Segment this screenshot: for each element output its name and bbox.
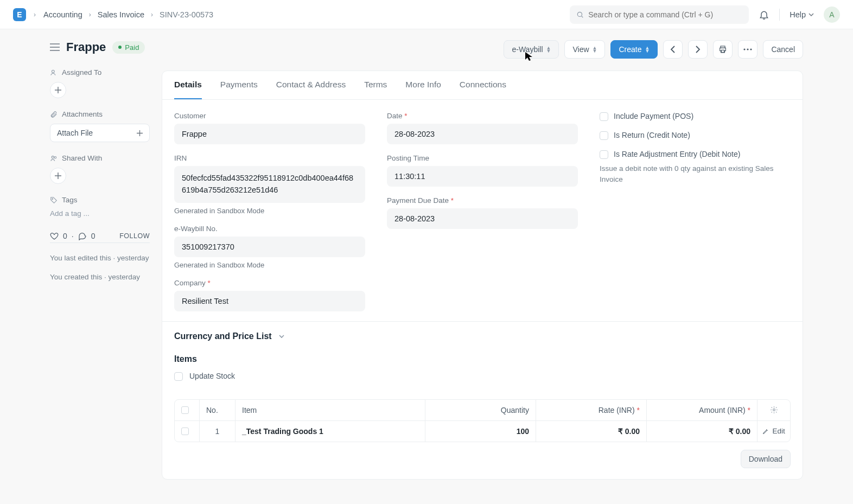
row-amount[interactable]: ₹ 0.00 <box>647 421 757 442</box>
svg-point-10 <box>750 48 752 50</box>
chevron-right-icon: › <box>89 11 91 18</box>
items-table: No. Item Quantity Rate (INR) * Amount (I… <box>174 399 791 442</box>
breadcrumb: Accounting › Sales Invoice › SINV-23-005… <box>43 10 213 19</box>
rate-adjustment-checkbox[interactable] <box>600 150 608 159</box>
include-payment-checkbox[interactable] <box>600 112 608 121</box>
create-label: Create <box>619 45 641 54</box>
created-text: You created this · yesterday <box>50 272 150 283</box>
print-button[interactable] <box>713 40 733 59</box>
tab-contact-address[interactable]: Contact & Address <box>276 71 346 99</box>
download-button[interactable]: Download <box>741 450 791 468</box>
is-return-checkbox[interactable] <box>600 131 608 140</box>
more-menu-button[interactable] <box>738 40 757 59</box>
ewaybill-no-help: Generated in Sandbox Mode <box>174 261 365 269</box>
irn-help: Generated in Sandbox Mode <box>174 207 365 215</box>
breadcrumb-accounting[interactable]: Accounting <box>43 10 82 19</box>
status-badge: Paid <box>112 41 145 54</box>
shared-with-label: Shared With <box>50 154 150 162</box>
table-row[interactable]: 1 _Test Trading Goods 1 100 ₹ 0.00 ₹ 0.0… <box>175 421 790 442</box>
svg-line-1 <box>582 16 583 17</box>
follow-button[interactable]: FOLLOW <box>119 232 150 240</box>
prev-doc-button[interactable] <box>663 40 683 59</box>
select-all-checkbox[interactable] <box>181 406 189 414</box>
sort-icon: ▲▼ <box>546 46 551 53</box>
form-card: Details Payments Contact & Address Terms… <box>162 71 803 480</box>
help-menu[interactable]: Help <box>790 10 814 19</box>
comment-icon[interactable] <box>78 232 87 240</box>
posting-time-field[interactable] <box>387 166 578 187</box>
tab-more-info[interactable]: More Info <box>405 71 441 99</box>
irn-label: IRN <box>174 154 365 162</box>
chevron-down-icon <box>278 333 285 340</box>
attach-file-button[interactable]: Attach File <box>50 124 150 142</box>
tab-terms[interactable]: Terms <box>364 71 387 99</box>
customer-field[interactable] <box>174 124 365 144</box>
add-assignee-button[interactable] <box>50 82 66 98</box>
help-label: Help <box>790 10 806 19</box>
ewaybill-no-label: e-Waybill No. <box>174 225 365 233</box>
table-header-settings <box>757 400 790 421</box>
tab-details[interactable]: Details <box>174 71 202 99</box>
cancel-button[interactable]: Cancel <box>763 40 803 59</box>
tab-payments[interactable]: Payments <box>220 71 258 99</box>
chevron-right-icon: › <box>34 11 36 18</box>
bell-icon <box>759 9 769 20</box>
search-icon <box>576 11 584 18</box>
include-payment-label: Include Payment (POS) <box>614 112 693 120</box>
tag-input[interactable]: Add a tag ... <box>50 209 150 218</box>
row-select-checkbox[interactable] <box>181 428 189 435</box>
ewaybill-label: e-Waybill <box>512 45 543 54</box>
ellipsis-icon <box>743 48 752 50</box>
view-label: View <box>572 45 589 54</box>
tag-icon <box>50 196 58 204</box>
currency-section-toggle[interactable]: Currency and Price List <box>162 321 803 349</box>
row-item[interactable]: _Test Trading Goods 1 <box>235 421 425 442</box>
sidebar: Frappe Paid Assigned To Attachments Atta… <box>0 40 162 504</box>
notifications-button[interactable] <box>759 9 769 20</box>
download-label: Download <box>749 455 782 463</box>
main-content: e-Waybill ▲▼ View ▲▼ Create ▲▼ <box>162 40 853 504</box>
dot-separator: · <box>72 232 74 240</box>
irn-field[interactable]: 50fecfcd55fad435322f95118912c0db400ea44f… <box>174 166 365 203</box>
tab-connections[interactable]: Connections <box>460 71 506 99</box>
breadcrumb-sales-invoice[interactable]: Sales Invoice <box>98 10 144 19</box>
currency-section-label: Currency and Price List <box>174 331 272 341</box>
date-field[interactable] <box>387 124 578 144</box>
update-stock-checkbox[interactable] <box>174 372 183 381</box>
ewaybill-menu-button[interactable]: e-Waybill ▲▼ <box>504 40 559 59</box>
ewaybill-no-field[interactable] <box>174 237 365 257</box>
rate-adjustment-help: Issue a debit note with 0 qty against an… <box>600 163 791 186</box>
user-avatar[interactable]: A <box>824 7 840 23</box>
date-label: Date * <box>387 112 578 120</box>
global-search[interactable] <box>570 5 749 24</box>
table-header-amount: Amount (INR) * <box>647 400 757 421</box>
company-field[interactable] <box>174 291 365 311</box>
app-logo[interactable]: E <box>13 8 26 21</box>
sidebar-toggle-icon[interactable] <box>50 43 60 51</box>
plus-icon <box>137 130 143 136</box>
tab-bar: Details Payments Contact & Address Terms… <box>162 71 803 100</box>
plus-icon <box>55 173 61 179</box>
company-label: Company * <box>174 279 365 287</box>
payment-due-field[interactable] <box>387 208 578 229</box>
sort-icon: ▲▼ <box>593 46 597 53</box>
next-doc-button[interactable] <box>688 40 708 59</box>
plus-icon <box>55 87 61 93</box>
row-rate[interactable]: ₹ 0.00 <box>536 421 647 442</box>
add-share-button[interactable] <box>50 168 66 184</box>
view-menu-button[interactable]: View ▲▼ <box>564 40 605 59</box>
page-title: Frappe <box>66 40 106 54</box>
chevron-left-icon <box>670 46 676 53</box>
chevron-down-icon <box>809 12 814 17</box>
gear-icon[interactable] <box>770 406 778 414</box>
svg-point-8 <box>744 48 746 50</box>
heart-icon[interactable] <box>50 232 59 240</box>
table-header-select <box>175 400 200 421</box>
svg-point-5 <box>52 198 53 199</box>
search-input[interactable] <box>588 10 742 19</box>
create-button[interactable]: Create ▲▼ <box>610 40 658 59</box>
row-no: 1 <box>200 421 235 442</box>
row-edit-button[interactable]: Edit <box>762 427 785 435</box>
table-header-qty: Quantity <box>425 400 536 421</box>
row-qty[interactable]: 100 <box>425 421 536 442</box>
